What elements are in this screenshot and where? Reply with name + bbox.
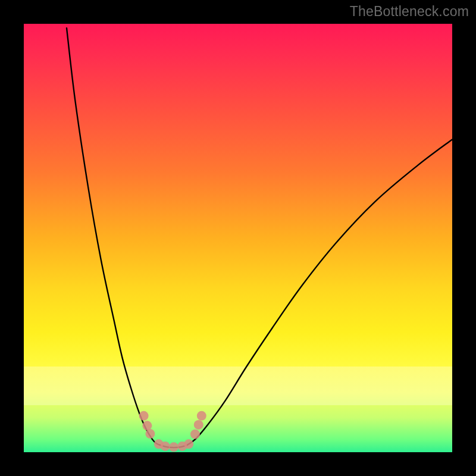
data-marker bbox=[184, 439, 193, 449]
data-marker bbox=[154, 439, 164, 449]
data-marker bbox=[190, 430, 200, 439]
chart-frame: TheBottleneck.com bbox=[0, 0, 476, 476]
bottleneck-curve bbox=[67, 28, 452, 447]
data-marker bbox=[177, 441, 187, 451]
data-marker bbox=[145, 429, 155, 439]
data-marker bbox=[169, 442, 178, 452]
plot-area bbox=[24, 24, 452, 452]
data-marker bbox=[197, 411, 206, 421]
data-marker bbox=[161, 441, 170, 451]
marker-group bbox=[139, 411, 206, 452]
watermark-text: TheBottleneck.com bbox=[350, 4, 469, 20]
highlight-band bbox=[24, 367, 452, 405]
data-marker bbox=[142, 421, 152, 430]
data-marker bbox=[139, 411, 149, 421]
data-marker bbox=[194, 420, 203, 430]
curve-layer bbox=[24, 24, 452, 452]
